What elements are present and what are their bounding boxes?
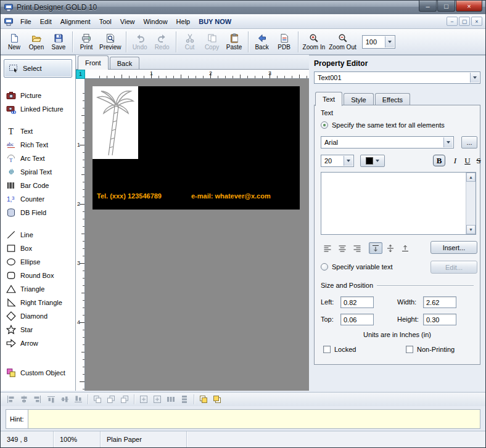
menu-tool[interactable]: Tool	[95, 16, 116, 27]
center-vertically-button[interactable]	[151, 394, 163, 405]
align-left-edges-button[interactable]	[4, 394, 17, 405]
text-content-area[interactable]	[321, 173, 466, 234]
valign-top-button[interactable]	[369, 242, 382, 254]
menu-buy-now[interactable]: BUY NOW	[194, 16, 236, 27]
text-align-center-button[interactable]	[336, 242, 349, 254]
card-tel-text[interactable]: Tel. (xxx) 123546789	[97, 192, 162, 200]
tab-effects[interactable]: Effects	[375, 93, 410, 105]
variable-text-radio[interactable]	[321, 263, 328, 271]
tool-db-field[interactable]: DB Field	[4, 206, 72, 219]
tool-rich-text[interactable]: Rich Text	[4, 138, 72, 152]
tool-round-box[interactable]: Round Box	[4, 269, 72, 282]
non-printing-checkbox[interactable]	[406, 346, 413, 353]
element-selector-combo[interactable]: Text001	[314, 71, 480, 84]
edit-button[interactable]: Edit...	[430, 261, 477, 274]
close-button[interactable]: ×	[456, 1, 482, 12]
new-button[interactable]: New	[3, 30, 25, 54]
print-button[interactable]: Print	[75, 30, 97, 54]
copy-button[interactable]: Copy	[201, 30, 223, 54]
paste-button[interactable]: Paste	[223, 30, 245, 54]
tool-box[interactable]: Box	[4, 242, 72, 255]
space-evenly-down-button[interactable]	[178, 394, 191, 405]
tool-spiral-text[interactable]: Spiral Text	[4, 165, 72, 179]
valign-bottom-button[interactable]	[398, 242, 412, 254]
locked-checkbox[interactable]	[323, 346, 331, 353]
open-button[interactable]: Open	[25, 30, 47, 54]
text-align-left-button[interactable]	[321, 242, 334, 254]
tool-triangle[interactable]: Triangle	[4, 282, 72, 296]
preview-button[interactable]: Preview	[97, 30, 123, 54]
tool-picture[interactable]: Picture	[4, 89, 72, 102]
tool-linked-picture[interactable]: Linked Picture	[4, 102, 72, 116]
insert-button[interactable]: Insert...	[430, 241, 477, 254]
font-size-combo[interactable]: 20	[321, 155, 354, 167]
text-align-right-button[interactable]	[350, 242, 364, 254]
align-bottom-edges-button[interactable]	[72, 394, 84, 405]
tool-bar-code[interactable]: Bar Code	[4, 179, 72, 192]
mdi-minimize-button[interactable]: −	[447, 17, 458, 26]
back-button[interactable]: Back	[251, 30, 273, 54]
text-scrollbar[interactable]: ▲ ▼	[466, 173, 476, 234]
minimize-button[interactable]: –	[419, 1, 437, 12]
align-right-edges-button[interactable]	[31, 394, 44, 405]
save-button[interactable]: Save	[47, 30, 70, 54]
tab-style[interactable]: Style	[344, 93, 373, 105]
design-card[interactable]: Tel. (xxx) 123546789 e-mail: whatever@x.…	[93, 86, 300, 210]
width-field[interactable]	[423, 296, 456, 308]
undo-button[interactable]: Undo	[129, 30, 151, 54]
valign-middle-button[interactable]	[384, 242, 397, 254]
design-viewport[interactable]: Tel. (xxx) 123546789 e-mail: whatever@x.…	[85, 79, 309, 391]
send-to-back-button[interactable]	[211, 394, 223, 405]
menu-window[interactable]: Window	[139, 16, 171, 27]
font-family-combo[interactable]: Arial	[321, 136, 454, 149]
font-browse-button[interactable]: ...	[461, 136, 477, 149]
bring-to-front-button[interactable]	[197, 394, 210, 405]
make-same-size-button[interactable]	[118, 394, 131, 405]
mdi-restore-button[interactable]: ▢	[459, 17, 470, 26]
select-tool-button[interactable]: Select	[4, 59, 72, 78]
bold-button[interactable]: B	[433, 155, 445, 166]
zoom-out-button[interactable]: Zoom Out	[327, 30, 358, 54]
menu-alignment[interactable]: Alignment	[56, 16, 95, 27]
palm-tree-image[interactable]	[93, 86, 138, 159]
mdi-close-button[interactable]: ×	[471, 17, 482, 26]
make-same-width-button[interactable]	[91, 394, 104, 405]
card-email-text[interactable]: e-mail: whatever@x.com	[191, 192, 271, 200]
scroll-up-icon[interactable]: ▲	[466, 173, 476, 182]
redo-button[interactable]: Redo	[151, 30, 173, 54]
zoom-level-combo[interactable]: 100	[362, 35, 395, 49]
underline-button[interactable]: U	[461, 155, 474, 166]
tool-line[interactable]: Line	[4, 228, 72, 242]
tool-ellipse[interactable]: Ellipse	[4, 255, 72, 269]
center-horizontally-button[interactable]	[138, 394, 150, 405]
font-color-picker[interactable]	[360, 155, 385, 167]
zoom-dropdown-arrow-icon[interactable]	[385, 36, 394, 47]
tool-star[interactable]: Star	[4, 323, 72, 336]
italic-button[interactable]: I	[449, 155, 461, 166]
element-dropdown-arrow-icon[interactable]	[470, 73, 479, 83]
align-horizontal-centers-button[interactable]	[18, 394, 30, 405]
menu-help[interactable]: Help	[172, 16, 195, 27]
zoom-in-button[interactable]: Zoom In	[301, 30, 327, 54]
tool-diamond[interactable]: Diamond	[4, 309, 72, 323]
pdb-button[interactable]: PDB	[273, 30, 295, 54]
top-field[interactable]	[340, 314, 374, 325]
menu-view[interactable]: View	[116, 16, 139, 27]
font-dropdown-arrow-icon[interactable]	[443, 137, 453, 147]
tool-custom-object[interactable]: Custom Object	[4, 366, 72, 380]
tab-front[interactable]: Front	[78, 55, 109, 70]
left-field[interactable]	[340, 296, 374, 308]
tool-text[interactable]: Text	[4, 124, 72, 138]
same-text-radio[interactable]	[321, 121, 328, 129]
align-top-edges-button[interactable]	[45, 394, 57, 405]
maximize-button[interactable]: □	[437, 1, 455, 12]
tool-arc-text[interactable]: Arc Text	[4, 152, 72, 165]
cut-button[interactable]: Cut	[179, 30, 201, 54]
tab-back[interactable]: Back	[110, 57, 139, 69]
make-same-height-button[interactable]	[105, 394, 117, 405]
height-field[interactable]	[423, 314, 456, 325]
menu-edit[interactable]: Edit	[36, 16, 56, 27]
tab-text[interactable]: Text	[315, 92, 342, 106]
scroll-down-icon[interactable]: ▼	[466, 225, 476, 234]
menu-file[interactable]: File	[16, 16, 36, 27]
